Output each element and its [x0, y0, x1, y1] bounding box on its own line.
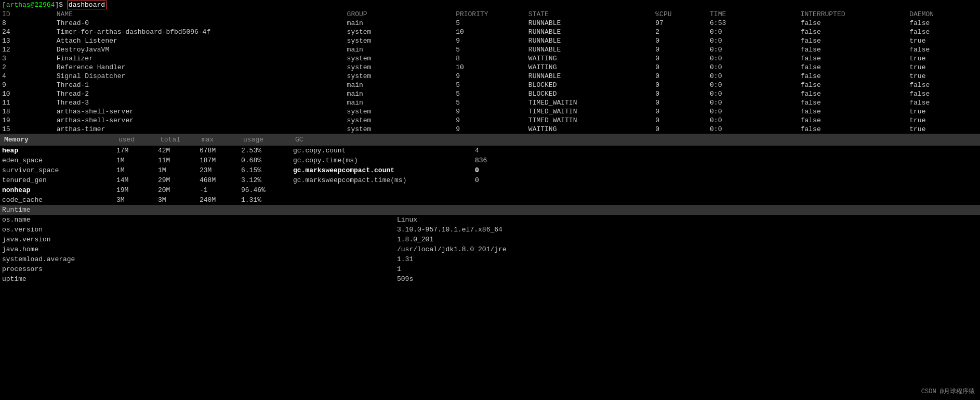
runtime-row: os.name Linux: [0, 215, 980, 225]
thread-state: TIMED_WAITIN: [526, 116, 653, 125]
runtime-row: systemload.average 1.31: [0, 254, 980, 264]
thread-priority: 5: [454, 81, 526, 89]
thread-group: system: [345, 116, 454, 125]
thread-time: 0:0: [708, 81, 799, 89]
thread-id: 11: [0, 98, 55, 107]
thread-interrupted: false: [799, 28, 908, 36]
thread-state: BLOCKED: [526, 89, 653, 98]
total-header: total: [158, 135, 200, 145]
thread-interrupted: false: [799, 19, 908, 28]
mem-used: 14M: [114, 176, 156, 185]
thread-interrupted: false: [799, 116, 908, 125]
prompt-line: [arthas@22964]$ dashboard: [0, 0, 980, 10]
mem-usage: 96.46%: [239, 186, 291, 195]
memory-section-header: Memory used total max usage GC: [0, 134, 980, 146]
thread-time: 0:0: [708, 28, 799, 36]
thread-interrupted: false: [799, 45, 908, 54]
thread-priority: 5: [454, 19, 526, 28]
thread-id: 19: [0, 116, 55, 125]
thread-interrupted: false: [799, 36, 908, 45]
col-name: NAME: [55, 10, 345, 19]
gc-val: 836: [473, 156, 489, 165]
thread-interrupted: false: [799, 81, 908, 89]
memory-row: survivor_space 1M 1M 23M 6.15% gc.marksw…: [0, 165, 980, 175]
gc-header: GC: [293, 135, 978, 145]
thread-name: Signal Dispatcher: [55, 72, 345, 81]
gc-key: [291, 190, 473, 191]
runtime-row: uptime 509s: [0, 274, 980, 284]
thread-interrupted: false: [799, 63, 908, 72]
thread-daemon: false: [907, 89, 980, 98]
memory-row: tenured_gen 14M 29M 468M 3.12% gc.marksw…: [0, 175, 980, 185]
table-row: 4 Signal Dispatcher system 9 RUNNABLE 0 …: [0, 72, 980, 81]
thread-time: 0:0: [708, 89, 799, 98]
table-row: 11 Thread-3 main 5 TIMED_WAITIN 0 0:0 fa…: [0, 98, 980, 107]
thread-time: 0:0: [708, 98, 799, 107]
gc-val: 0: [473, 176, 481, 185]
table-row: 24 Timer-for-arthas-dashboard-bfbd5096-4…: [0, 28, 980, 36]
thread-group: system: [345, 63, 454, 72]
mem-max: 240M: [197, 196, 239, 204]
memory-label: Memory: [2, 135, 116, 145]
thread-name: Thread-0: [55, 19, 345, 28]
runtime-section-header: Runtime: [0, 205, 980, 215]
thread-group: main: [345, 45, 454, 54]
mem-used: 3M: [114, 196, 156, 204]
thread-name: arthas-shell-server: [55, 116, 345, 125]
thread-cpu: 0: [653, 81, 708, 89]
usage-header: usage: [241, 135, 293, 145]
runtime-row: processors 1: [0, 264, 980, 274]
mem-usage: 6.15%: [239, 166, 291, 175]
gc-key: gc.marksweepcompact.time(ms): [291, 176, 473, 185]
table-row: 19 arthas-shell-server system 9 TIMED_WA…: [0, 116, 980, 125]
thread-group: main: [345, 89, 454, 98]
thread-state: BLOCKED: [526, 81, 653, 89]
thread-time: 0:0: [708, 116, 799, 125]
thread-cpu: 0: [653, 54, 708, 63]
table-row: 3 Finalizer system 8 WAITING 0 0:0 false…: [0, 54, 980, 63]
mem-name: eden_space: [0, 156, 114, 165]
mem-total: 20M: [156, 186, 197, 195]
thread-priority: 5: [454, 98, 526, 107]
runtime-value: Linux: [395, 215, 419, 224]
thread-cpu: 0: [653, 98, 708, 107]
thread-group: system: [345, 107, 454, 116]
runtime-key: processors: [0, 265, 395, 274]
thread-daemon: true: [907, 63, 980, 72]
mem-used: 1M: [114, 156, 156, 165]
used-header: used: [116, 135, 158, 145]
thread-id: 2: [0, 63, 55, 72]
runtime-row: java.home /usr/local/jdk1.8.0_201/jre: [0, 244, 980, 254]
table-row: 12 DestroyJavaVM main 5 RUNNABLE 0 0:0 f…: [0, 45, 980, 54]
col-group: GROUP: [345, 10, 454, 19]
col-interrupted: INTERRUPTED: [799, 10, 908, 19]
table-row: 13 Attach Listener system 9 RUNNABLE 0 0…: [0, 36, 980, 45]
memory-rows: heap 17M 42M 678M 2.53% gc.copy.count 4 …: [0, 146, 980, 205]
mem-max: 468M: [197, 176, 239, 185]
thread-cpu: 0: [653, 72, 708, 81]
thread-state: TIMED_WAITIN: [526, 98, 653, 107]
thread-group: system: [345, 125, 454, 134]
table-row: 8 Thread-0 main 5 RUNNABLE 97 6:53 false…: [0, 19, 980, 28]
thread-state: TIMED_WAITIN: [526, 107, 653, 116]
thread-daemon: false: [907, 45, 980, 54]
thread-interrupted: false: [799, 107, 908, 116]
thread-table: ID NAME GROUP PRIORITY STATE %CPU TIME I…: [0, 10, 980, 134]
col-cpu: %CPU: [653, 10, 708, 19]
thread-priority: 9: [454, 72, 526, 81]
table-row: 2 Reference Handler system 10 WAITING 0 …: [0, 63, 980, 72]
thread-state: RUNNABLE: [526, 45, 653, 54]
thread-name: Thread-1: [55, 81, 345, 89]
col-state: STATE: [526, 10, 653, 19]
col-priority: PRIORITY: [454, 10, 526, 19]
mem-total: 29M: [156, 176, 197, 185]
table-row: 9 Thread-1 main 5 BLOCKED 0 0:0 false fa…: [0, 81, 980, 89]
runtime-key: java.version: [0, 235, 395, 244]
mem-total: 3M: [156, 196, 197, 204]
gc-val: 4: [473, 146, 481, 155]
thread-priority: 5: [454, 45, 526, 54]
mem-used: 17M: [114, 146, 156, 155]
thread-time: 0:0: [708, 72, 799, 81]
thread-state: WAITING: [526, 125, 653, 134]
thread-cpu: 0: [653, 89, 708, 98]
